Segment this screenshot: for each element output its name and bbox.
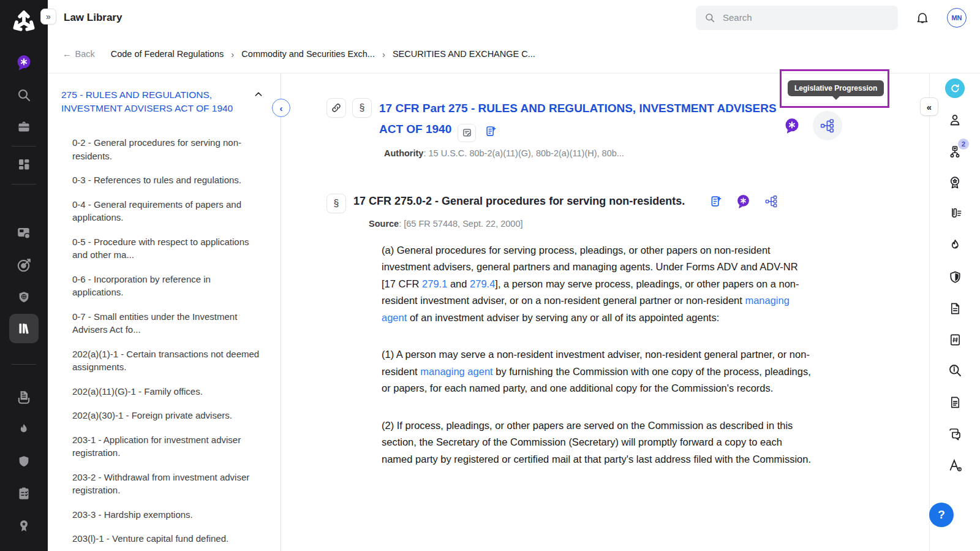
toc-item[interactable]: 203-3 - Hardship exemptions. [72,508,263,522]
app-logo-icon[interactable] [10,9,38,37]
section-action-icons [709,194,778,209]
target-icon[interactable] [15,257,32,274]
flame-icon[interactable] [947,237,963,253]
global-search[interactable] [696,6,898,30]
clipboard-check-icon[interactable] [15,485,32,502]
section-heading: 17 CFR 275.0-2 - General procedures for … [353,195,696,208]
search-info-icon[interactable] [947,362,963,378]
search-icon [704,12,715,23]
assistant-chat-action-icon[interactable] [736,194,751,209]
annotate-note-icon[interactable] [458,124,476,142]
left-navigation-rail [0,0,48,551]
right-tool-rail: 2 [929,74,980,551]
section-symbol-icon[interactable]: § [352,98,372,118]
notifications-bell-icon[interactable] [914,9,931,26]
copy-link-icon[interactable] [326,98,346,118]
add-to-draft-icon[interactable] [484,125,497,137]
section-block: § 17 CFR 275.0-2 - General procedures fo… [326,194,874,488]
back-arrow-icon: ← [62,49,72,59]
toc-panel: 275 - RULES AND REGULATIONS, INVESTMENT … [48,74,281,551]
toc-item[interactable]: 0-6 - Incorporation by reference in appl… [72,273,263,299]
toc-item[interactable]: 202(a)(1)-1 - Certain transactions not d… [72,348,263,374]
breadcrumb-item[interactable]: Commodity and Securities Exch... [241,49,375,59]
hashtag-icon[interactable] [947,332,963,348]
regulation-text: (a) General procedures for serving proce… [382,242,812,468]
toc-item[interactable]: 0-7 - Small entities under the Investmen… [72,310,263,336]
sync-icon[interactable] [945,78,965,98]
flame-rail-icon[interactable] [15,421,32,438]
search-rail-icon[interactable] [15,86,32,104]
hierarchy-count-badge: 2 [958,139,969,150]
toc-item[interactable]: 0-5 - Procedure with respect to applicat… [72,235,263,262]
legislative-progression-icon[interactable] [813,111,842,140]
managing-agent-link[interactable]: managing agent [420,366,492,377]
toc-item[interactable]: 202(a)(30)-1 - Foreign private advisers. [72,409,263,422]
authority-line: Authority: 15 U.S.C. 80b-2(a)(11)(G), 80… [384,148,874,158]
user-avatar[interactable]: MN [947,8,967,28]
paragraph-1: (1) A person may serve a non-resident in… [382,346,812,397]
shield-icon[interactable] [947,269,963,285]
toc-item[interactable]: 0-3 - References to rules and regulation… [72,173,263,187]
toc-collapse-button[interactable]: ‹ [272,99,290,117]
assistant-chat-action-icon[interactable] [783,117,801,134]
part-heading: 17 CFR Part 275 - RULES AND REGULATIONS,… [379,98,796,142]
rail-divider [12,364,36,365]
toc-item[interactable]: 0-4 - General requirements of papers and… [72,198,263,224]
notes-document-icon[interactable] [947,394,963,410]
expand-rail-button[interactable]: » [40,9,56,25]
document-icon[interactable] [947,300,963,316]
legislative-progression-icon[interactable] [764,194,778,208]
toc-list: 0-2 - General procedures for serving non… [61,136,263,545]
right-panel-collapse-button[interactable]: « [920,97,938,116]
top-header: Law Library MN [48,0,980,35]
document-view: § 17 CFR Part 275 - RULES AND REGULATION… [281,74,929,551]
law-library-icon[interactable] [15,320,32,337]
chevron-up-icon[interactable] [254,89,263,99]
breadcrumb: ← Back Code of Federal Regulations › Com… [48,35,980,74]
search-input[interactable] [722,12,889,23]
source-line: Source: [65 FR 57448, Sept. 22, 2000] [369,219,874,229]
shield-rail-icon[interactable] [15,453,32,470]
breadcrumb-item[interactable]: Code of Federal Regulations [111,49,224,59]
rail-divider [12,184,36,184]
breadcrumb-item[interactable]: SECURITIES AND EXCHANGE C... [393,49,535,59]
legislative-progression-tooltip: Legislative Progression [788,80,884,96]
toc-item[interactable]: 203-1 - Application for investment advis… [72,433,263,460]
toc-item[interactable]: 202(a)(11)(G)-1 - Family offices. [72,385,263,398]
profile-icon[interactable] [947,112,963,128]
comments-icon[interactable] [947,426,963,442]
rail-divider [12,146,36,146]
toc-item[interactable]: 0-2 - General procedures for serving non… [72,136,263,162]
chevron-right-icon: › [382,49,385,59]
hierarchy-icon[interactable]: 2 [947,144,963,160]
document-scan-icon[interactable] [15,389,32,406]
award-ribbon-icon[interactable] [15,517,32,534]
add-to-draft-icon[interactable] [709,195,722,208]
paragraph-a: (a) General procedures for serving proce… [382,242,812,327]
help-button[interactable]: ? [929,503,954,527]
news-alerts-icon[interactable] [15,224,32,241]
typography-icon[interactable] [947,457,963,473]
cfr-279-1-link[interactable]: 279.1 [422,278,447,289]
briefcase-icon[interactable] [15,118,32,135]
back-button[interactable]: ← Back [62,49,95,59]
cfr-279-4-link[interactable]: 279.4 [470,278,495,289]
part-action-icons [783,111,842,140]
toc-header[interactable]: 275 - RULES AND REGULATIONS, INVESTMENT … [61,88,263,115]
rosette-award-icon[interactable] [947,175,963,191]
chevron-right-icon: › [231,49,234,59]
section-symbol-icon[interactable]: § [326,194,346,213]
toc-item[interactable]: 203-2 - Withdrawal from investment advis… [72,471,263,497]
attachments-icon[interactable] [947,205,963,221]
toc-item[interactable]: 203(l)-1 - Venture capital fund defined. [72,532,263,545]
assistant-chat-icon[interactable] [15,54,32,71]
shield-globe-icon[interactable] [15,289,32,306]
page-title: Law Library [64,12,122,24]
toc-title: 275 - RULES AND REGULATIONS, INVESTMENT … [61,88,247,115]
paragraph-2: (2) If process, pleadings, or other pape… [382,417,812,468]
dashboard-icon[interactable] [15,156,32,173]
